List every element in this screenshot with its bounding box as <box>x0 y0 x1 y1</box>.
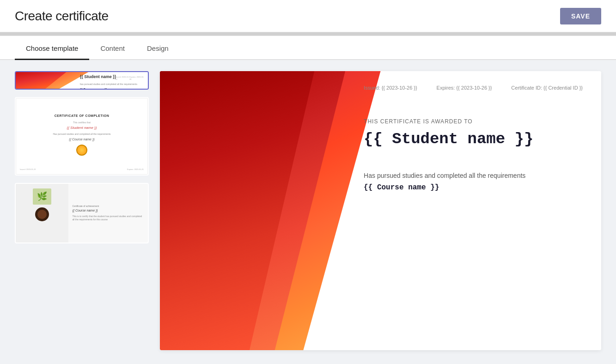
preview-expires: Expires: {{ 2023-10-26 }} <box>437 85 492 91</box>
thumbnail-issued-date: Issued: 2023-01-22 <box>20 168 36 170</box>
tab-choose-template[interactable]: Choose template <box>15 36 89 60</box>
progress-bar-container <box>0 32 616 36</box>
thumbnail-achievement-body: This is to certify that the student has … <box>72 215 144 221</box>
preview-meta-bar: Issued: {{ 2023-10-26 }} Expires: {{ 202… <box>364 85 583 91</box>
preview-abstract-vibrant: Issued: {{ 2023-10-26 }} Expires: {{ 202… <box>160 71 601 350</box>
thumbnail-achievement: 🌿 Certificate of achievement {{ Course n… <box>16 184 148 243</box>
thumbnail-right-col: Certificate of achievement {{ Course nam… <box>68 184 148 243</box>
thumbnail-classic-simple: CERTIFICATE OF COMPLETION This certifies… <box>16 98 148 175</box>
main-content: Issued: 2023-10-26 Expires: 2023-10-26 T… <box>0 60 616 361</box>
preview-student-name: {{ Student name }} <box>364 130 583 148</box>
preview-cert-id: Certificate ID: {{ Credential ID }} <box>511 85 583 91</box>
thumbnail-classic-student: {{ Student name }} <box>67 126 97 130</box>
page-header: Create certificate SAVE <box>0 0 616 32</box>
preview-body-text: Has pursued studies and completed all th… <box>364 171 583 181</box>
template-label-achievement: Achievement <box>16 243 148 243</box>
tab-design[interactable]: Design <box>136 36 180 60</box>
thumbnail-issued: Issued: 2023-10-26 <box>115 76 129 80</box>
thumbnail-achievement-cert-label: Certificate of achievement <box>72 205 144 207</box>
preview-text-area: Issued: {{ 2023-10-26 }} Expires: {{ 202… <box>345 71 601 350</box>
coffee-inner <box>37 210 47 219</box>
thumbnail-course: {{ Course name }} <box>80 88 143 89</box>
tabs: Choose template Content Design <box>15 36 601 59</box>
preview-course-name: {{ Course name }} <box>364 183 583 192</box>
thumbnail-expires: Expires: 2023-10-26 <box>129 76 144 80</box>
preview-panel: Issued: {{ 2023-10-26 }} Expires: {{ 202… <box>160 71 601 350</box>
thumbnail-content-area: Issued: 2023-10-26 Expires: 2023-10-26 T… <box>75 72 148 89</box>
progress-bar <box>0 32 616 36</box>
thumbnail-bottom-bar: Issued: 2023-01-22 Expires: 2023-01-21 <box>20 168 144 170</box>
thumbnail-abstract-vibrant: Issued: 2023-10-26 Expires: 2023-10-26 T… <box>16 72 148 89</box>
tabs-container: Choose template Content Design <box>0 36 616 60</box>
thumbnail-seal <box>76 145 87 156</box>
template-card-achievement[interactable]: 🌿 Certificate of achievement {{ Course n… <box>15 183 149 243</box>
save-button[interactable]: SAVE <box>560 8 601 24</box>
thumbnail-left-col: 🌿 <box>16 184 68 243</box>
thumbnail-classic-course: {{ Course name }} <box>69 138 94 141</box>
thumbnail-awarded: THIS CERTIFICATE IS AWARDED TO <box>80 72 143 73</box>
preview-issued: Issued: {{ 2023-10-26 }} <box>364 85 417 91</box>
template-label-abstract-vibrant: Abstract - Vibrant <box>16 89 148 90</box>
thumbnail-expires-date: Expires: 2023-01-21 <box>127 168 144 170</box>
thumbnail-classic-pursued: Has pursued studies and completed all th… <box>53 133 110 136</box>
template-card-classic-simple[interactable]: CERTIFICATE OF COMPLETION This certifies… <box>15 97 149 176</box>
coffee-icon <box>35 207 49 221</box>
thumbnail-body: has pursued studies and completed all th… <box>80 83 143 86</box>
plant-icon: 🌿 <box>33 188 51 205</box>
tab-content[interactable]: Content <box>89 36 136 60</box>
page-title: Create certificate <box>15 9 109 24</box>
thumbnail-cert-title: CERTIFICATE OF COMPLETION <box>55 114 110 117</box>
thumbnail-top-bar: Issued: 2023-10-26 Expires: 2023-10-26 <box>115 76 144 80</box>
template-card-abstract-vibrant[interactable]: Issued: 2023-10-26 Expires: 2023-10-26 T… <box>15 71 149 90</box>
thumbnail-certify: This certifies that <box>73 121 91 124</box>
thumbnail-achievement-course: {{ Course name }} <box>72 209 144 212</box>
preview-awarded-label: THIS CERTIFICATE IS AWARDED TO <box>364 118 583 125</box>
template-label-classic-simple: Classic - Simple <box>16 175 148 176</box>
template-list: Issued: 2023-10-26 Expires: 2023-10-26 T… <box>15 71 149 350</box>
